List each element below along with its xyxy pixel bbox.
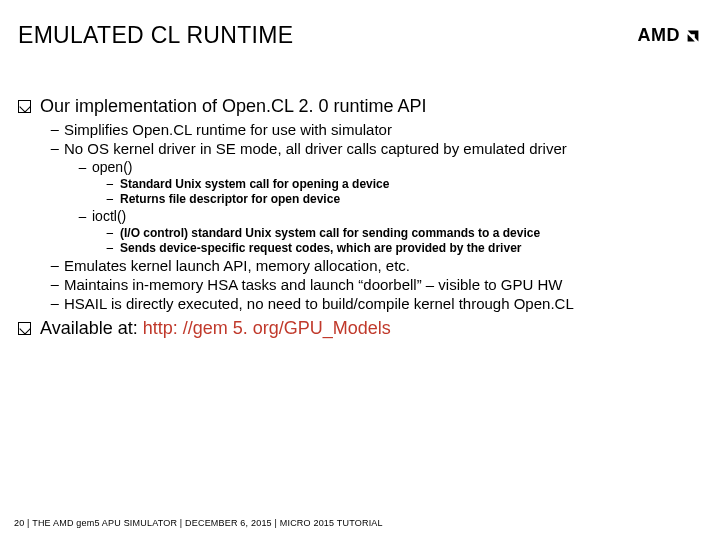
bullet-l1: Our implementation of Open.CL 2. 0 runti… bbox=[18, 96, 702, 117]
bullet-l2: HSAIL is directly executed, no need to b… bbox=[50, 295, 702, 312]
slide-footer: 20 | THE AMD gem5 APU SIMULATOR | DECEMB… bbox=[14, 518, 383, 528]
amd-arrow-icon bbox=[684, 27, 702, 45]
footer-part: THE AMD gem5 APU SIMULATOR bbox=[32, 518, 177, 528]
title-row: EMULATED CL RUNTIME AMD bbox=[18, 22, 702, 49]
footer-part: MICRO 2015 TUTORIAL bbox=[280, 518, 383, 528]
bullet-l2: Emulates kernel launch API, memory alloc… bbox=[50, 257, 702, 274]
bullet-l4: (I/O control) standard Unix system call … bbox=[106, 226, 702, 240]
slide-body: Our implementation of Open.CL 2. 0 runti… bbox=[18, 90, 702, 343]
available-label: Available at: bbox=[40, 318, 143, 338]
slide: EMULATED CL RUNTIME AMD Our implementati… bbox=[0, 0, 720, 540]
amd-logo-text: AMD bbox=[638, 25, 681, 46]
bullet-l4: Sends device-specific request codes, whi… bbox=[106, 241, 702, 255]
gem5-link[interactable]: http: //gem 5. org/GPU_Models bbox=[143, 318, 391, 338]
bullet-l2: No OS kernel driver in SE mode, all driv… bbox=[50, 140, 702, 157]
bullet-l2: Simplifies Open.CL runtime for use with … bbox=[50, 121, 702, 138]
bullet-l4: Standard Unix system call for opening a … bbox=[106, 177, 702, 191]
footer-sep: | bbox=[272, 518, 280, 528]
slide-title: EMULATED CL RUNTIME bbox=[18, 22, 293, 49]
bullet-l3: open() bbox=[78, 159, 702, 175]
amd-logo: AMD bbox=[638, 25, 703, 46]
bullet-l3: ioctl() bbox=[78, 208, 702, 224]
bullet-l4: Returns file descriptor for open device bbox=[106, 192, 702, 206]
bullet-l2: Maintains in-memory HSA tasks and launch… bbox=[50, 276, 702, 293]
footer-sep: | bbox=[177, 518, 185, 528]
bullet-l1-available: Available at: http: //gem 5. org/GPU_Mod… bbox=[18, 318, 702, 339]
page-number: 20 bbox=[14, 518, 24, 528]
footer-part: DECEMBER 6, 2015 bbox=[185, 518, 272, 528]
